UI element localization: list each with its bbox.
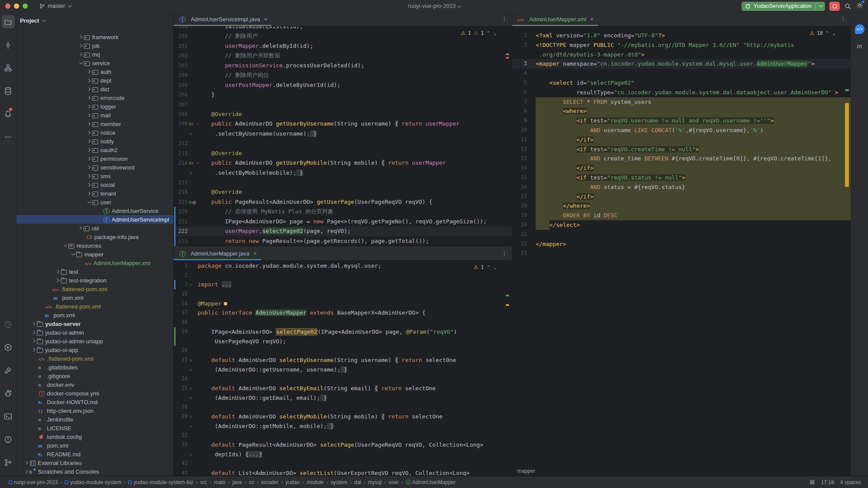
tree-item-service[interactable]: service bbox=[17, 59, 173, 67]
tree-item-notice[interactable]: notice bbox=[17, 128, 173, 137]
editor-options-kebab-icon[interactable]: ⋮ bbox=[840, 15, 846, 22]
chevron-down-icon[interactable] bbox=[62, 244, 68, 247]
fold-chevron-icon[interactable]: › bbox=[189, 169, 192, 176]
project-chevron-down-icon[interactable] bbox=[457, 4, 461, 7]
prev-warning-icon[interactable]: ⌃ bbox=[487, 265, 490, 270]
chevron-right-icon[interactable] bbox=[54, 270, 60, 273]
chevron-right-icon[interactable] bbox=[86, 114, 92, 116]
breadcrumb-item[interactable]: yudao bbox=[285, 479, 300, 485]
editor-adminuserserviceimpl[interactable]: 199 validateUserExists(id);200 // 删除用户20… bbox=[174, 27, 512, 246]
debug-icon[interactable] bbox=[2, 387, 15, 400]
tree-item-pom-xml[interactable]: pom.xml bbox=[17, 441, 173, 450]
chevron-right-icon[interactable] bbox=[86, 149, 92, 151]
tab-adminusermapper-java[interactable]: AdminUserMapper.java × bbox=[174, 246, 261, 260]
chevron-right-icon[interactable] bbox=[77, 227, 83, 229]
tree-item-mapper[interactable]: mapper bbox=[17, 250, 173, 259]
tree-item-readme-md[interactable]: README.md bbox=[17, 450, 173, 458]
chevron-right-icon[interactable] bbox=[86, 105, 92, 108]
tree-item-sensitiveword[interactable]: sensitiveword bbox=[17, 163, 173, 172]
tab-adminusermapper-xml[interactable]: AdminUserMapper.xml × bbox=[512, 12, 598, 26]
editor-adminusermapper-xml[interactable]: 1<?xml version="1.0" encoding="UTF-8"?>2… bbox=[512, 27, 851, 465]
tree-item-oauth2[interactable]: oauth2 bbox=[17, 146, 173, 154]
tree-item-pom-xml[interactable]: pom.xml bbox=[17, 293, 173, 302]
fold-chevron-icon[interactable]: › bbox=[189, 281, 192, 288]
prev-warning-icon[interactable]: ⌃ bbox=[487, 30, 490, 36]
tree-item-mq[interactable]: mq bbox=[17, 50, 173, 59]
chevron-right-icon[interactable] bbox=[77, 44, 83, 47]
chevron-right-icon[interactable] bbox=[23, 461, 29, 464]
breadcrumb-item[interactable]: iocoder bbox=[262, 479, 278, 485]
tree-item--flattened-pom-xml[interactable]: .flattened-pom.xml bbox=[17, 354, 173, 363]
minimize-window-button[interactable] bbox=[14, 3, 19, 9]
grid-icon[interactable] bbox=[809, 479, 815, 485]
breadcrumb-item[interactable]: IAdminUserMapper bbox=[406, 479, 456, 485]
search-everywhere-icon[interactable] bbox=[844, 3, 851, 10]
tree-item-adminusermapper-xml[interactable]: AdminUserMapper.xml bbox=[17, 259, 173, 267]
chevron-right-icon[interactable] bbox=[86, 157, 92, 160]
tree-item-docker-env[interactable]: docker.env bbox=[17, 380, 173, 389]
tree-item-adminuserserviceimpl[interactable]: AdminUserServiceImpl bbox=[17, 215, 173, 224]
history-icon[interactable] bbox=[2, 318, 15, 331]
database-icon[interactable] bbox=[2, 84, 15, 97]
chevron-right-icon[interactable] bbox=[86, 123, 92, 125]
fold-chevron-icon[interactable]: › bbox=[189, 130, 192, 137]
tree-item-external-libraries[interactable]: External Libraries bbox=[17, 458, 173, 467]
tree-item-user[interactable]: user bbox=[17, 198, 173, 206]
tree-item-lombok-config[interactable]: lombok.config bbox=[17, 432, 173, 441]
zoom-window-button[interactable] bbox=[23, 3, 28, 9]
chevron-right-icon[interactable] bbox=[30, 331, 36, 334]
tree-item-test-integration[interactable]: test-integration bbox=[17, 276, 173, 285]
cursor-position[interactable]: 17:18 bbox=[821, 479, 834, 485]
tree-item-jenkinsfile[interactable]: Jenkinsfile bbox=[17, 415, 173, 424]
run-configuration-widget[interactable]: YudaoServerApplication bbox=[742, 2, 825, 11]
notifications-bell-icon[interactable] bbox=[2, 107, 15, 120]
chevron-right-icon[interactable] bbox=[77, 36, 83, 38]
chevron-right-icon[interactable] bbox=[86, 70, 92, 73]
more-tools-icon[interactable] bbox=[2, 130, 15, 143]
tab-adminuserserviceimpl[interactable]: AdminUserServiceImpl.java × bbox=[174, 12, 272, 26]
editor-options-kebab-icon[interactable]: ⋮ bbox=[501, 249, 507, 256]
breadcrumb-item[interactable]: src bbox=[200, 479, 207, 485]
commit-icon[interactable] bbox=[2, 38, 15, 51]
close-window-button[interactable] bbox=[5, 3, 10, 9]
tree-item-docker-howto-md[interactable]: Docker-HOWTO.md bbox=[17, 398, 173, 406]
tree-item-test[interactable]: test bbox=[17, 267, 173, 276]
tab-close-icon[interactable]: × bbox=[590, 16, 594, 23]
tree-item-yudao-ui-admin-uniapp[interactable]: yudao-ui-admin-uniapp bbox=[17, 337, 173, 345]
tab-close-icon[interactable]: × bbox=[253, 250, 257, 257]
tree-item-auth[interactable]: auth bbox=[17, 67, 173, 76]
tab-close-icon[interactable]: × bbox=[264, 16, 268, 23]
build-icon[interactable] bbox=[2, 364, 15, 377]
chevron-right-icon[interactable] bbox=[30, 349, 36, 351]
fold-chevron-icon[interactable]: › bbox=[189, 357, 192, 363]
tree-item-adminuserservice[interactable]: AdminUserService bbox=[17, 206, 173, 215]
chevron-right-icon[interactable] bbox=[86, 183, 92, 186]
settings-button[interactable] bbox=[856, 1, 864, 11]
breadcrumb-item[interactable]: ruoyi-vue-pro-2023 bbox=[9, 479, 58, 485]
tree-item-framework[interactable]: framework bbox=[17, 33, 173, 41]
chevron-right-icon[interactable] bbox=[86, 166, 92, 169]
chevron-right-icon[interactable] bbox=[77, 53, 83, 56]
chevron-down-icon[interactable] bbox=[77, 62, 83, 64]
structure-icon[interactable] bbox=[2, 61, 15, 74]
fold-chevron-icon[interactable]: › bbox=[189, 395, 192, 401]
tree-item-mail[interactable]: mail bbox=[17, 111, 173, 120]
editor-adminusermapper-java[interactable]: 1package cn.iocoder.yudao.module.system.… bbox=[174, 261, 512, 476]
indent-setting[interactable]: 4 spaces bbox=[840, 479, 861, 485]
chevron-right-icon[interactable] bbox=[30, 340, 36, 342]
terminal-icon[interactable] bbox=[2, 410, 15, 423]
fold-chevron-icon[interactable]: › bbox=[189, 413, 192, 420]
tree-item-license[interactable]: LICENSE bbox=[17, 424, 173, 432]
tree-item-logger[interactable]: logger bbox=[17, 102, 173, 111]
tree-item-yudao-ui-admin[interactable]: yudao-ui-admin bbox=[17, 328, 173, 337]
xml-breadcrumb[interactable]: mapper bbox=[517, 468, 535, 474]
chevron-right-icon[interactable] bbox=[86, 140, 92, 143]
tree-item-social[interactable]: social bbox=[17, 180, 173, 189]
problems-icon[interactable] bbox=[2, 433, 15, 446]
tree-item-dept[interactable]: dept bbox=[17, 76, 173, 85]
tree-item--flattened-pom-xml[interactable]: .flattened-pom.xml bbox=[17, 285, 173, 293]
chevron-right-icon[interactable] bbox=[86, 131, 92, 134]
next-warning-icon[interactable]: ⌃ bbox=[493, 30, 497, 36]
fold-chevron-icon[interactable]: › bbox=[189, 423, 192, 429]
next-warning-icon[interactable]: ⌃ bbox=[493, 265, 497, 270]
